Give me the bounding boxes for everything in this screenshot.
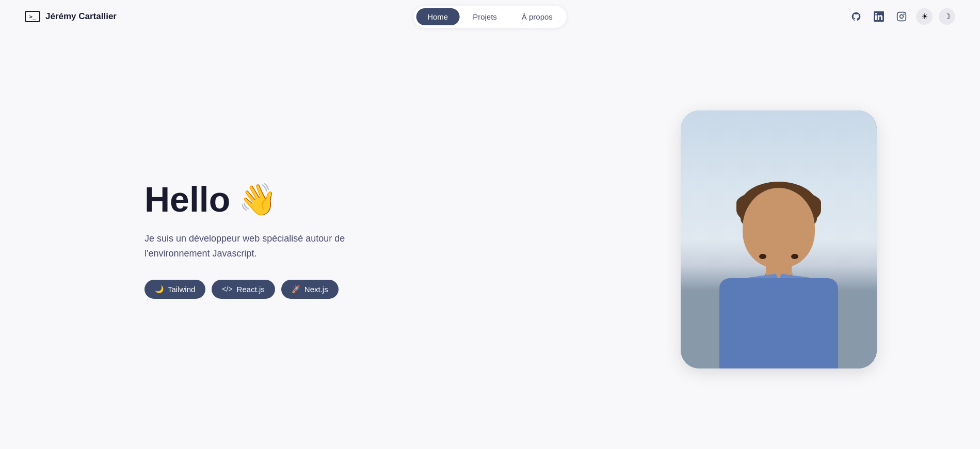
brand[interactable]: >_ Jérémy Cartallier: [25, 11, 117, 22]
nav-apropos[interactable]: À propos: [510, 8, 564, 25]
hero-description: Je suis un développeur web spécialisé au…: [144, 231, 345, 261]
profile-image-container: [681, 110, 877, 368]
badge-reactjs[interactable]: </> React.js: [212, 280, 275, 299]
main-content: Hello 👋 Je suis un développeur web spéci…: [0, 33, 980, 446]
svg-rect-0: [897, 12, 906, 21]
moon-icon: ☽: [944, 12, 951, 21]
reactjs-icon: </>: [222, 285, 232, 293]
nav-home[interactable]: Home: [416, 8, 459, 25]
badge-nextjs[interactable]: 🚀 Next.js: [281, 280, 339, 299]
reactjs-label: React.js: [237, 285, 265, 294]
svg-point-2: [903, 13, 905, 15]
person-silhouette: [706, 167, 851, 368]
nav-right-icons: ☀ ☽: [848, 8, 955, 25]
github-icon: [851, 11, 861, 22]
tailwind-icon: 🌙: [155, 285, 164, 293]
person-eye-right: [791, 254, 798, 259]
nav-projets[interactable]: Projets: [461, 8, 508, 25]
navbar: >_ Jérémy Cartallier Home Projets À prop…: [0, 0, 980, 33]
profile-image: [681, 110, 877, 368]
brand-icon: >_: [25, 11, 40, 22]
nextjs-icon: 🚀: [292, 285, 300, 293]
linkedin-link[interactable]: [871, 8, 887, 25]
person-head: [743, 188, 815, 268]
nav-links: Home Projets À propos: [413, 6, 567, 28]
wave-emoji: 👋: [238, 183, 277, 217]
instagram-link[interactable]: [893, 8, 910, 25]
nextjs-label: Next.js: [304, 285, 328, 294]
person-eye-left: [759, 254, 766, 259]
svg-point-1: [900, 15, 904, 19]
github-link[interactable]: [848, 8, 864, 25]
theme-toggle-moon[interactable]: ☽: [939, 8, 955, 25]
hero-section: Hello 👋 Je suis un développeur web spéci…: [144, 180, 345, 298]
tech-badges: 🌙 Tailwind </> React.js 🚀 Next.js: [144, 280, 345, 299]
person-body: [719, 278, 838, 368]
theme-toggle-sun[interactable]: ☀: [916, 8, 933, 25]
brand-name: Jérémy Cartallier: [45, 11, 117, 22]
instagram-icon: [896, 11, 907, 22]
hello-title: Hello 👋: [144, 180, 345, 219]
badge-tailwind[interactable]: 🌙 Tailwind: [144, 280, 205, 299]
linkedin-icon: [874, 11, 884, 22]
tailwind-label: Tailwind: [168, 285, 195, 294]
sun-icon: ☀: [921, 12, 928, 21]
